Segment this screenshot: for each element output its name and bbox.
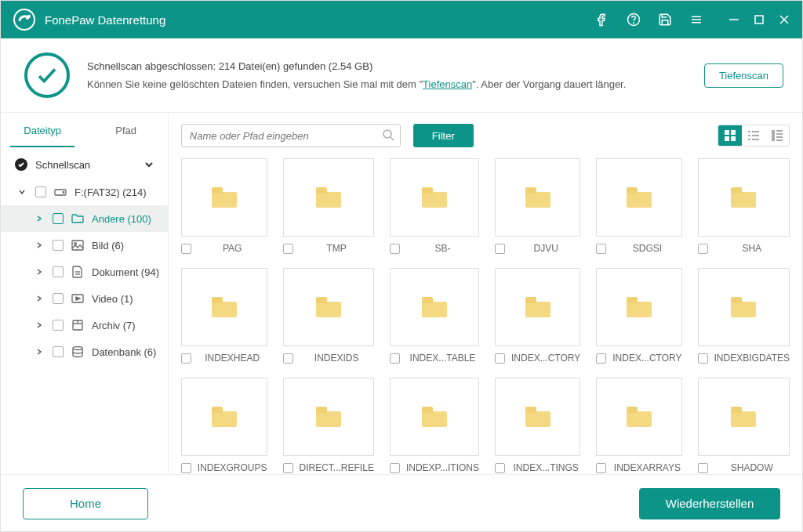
file-item[interactable]: INDEX...CTORY [596,268,681,364]
category-label: Bild (6) [92,240,124,252]
category-checkbox[interactable] [53,293,64,304]
file-checkbox[interactable] [596,463,606,473]
file-checkbox[interactable] [283,353,293,364]
file-checkbox[interactable] [390,463,400,473]
svg-rect-35 [776,133,783,135]
file-checkbox[interactable] [698,353,708,364]
file-checkbox[interactable] [390,353,400,364]
chevron-down-icon [144,160,154,169]
file-checkbox[interactable] [181,244,191,254]
deepscan-button[interactable]: Tiefenscan [704,63,783,88]
file-item[interactable]: INDEXHEAD [181,268,267,364]
maximize-button[interactable] [754,14,765,25]
file-label: INDEXHEAD [198,353,267,364]
tree-category[interactable]: Datenbank (6) [1,338,168,365]
svg-rect-24 [731,130,736,135]
file-checkbox[interactable] [495,244,505,254]
file-checkbox[interactable] [181,463,191,473]
category-checkbox[interactable] [53,346,64,357]
file-checkbox[interactable] [283,244,293,254]
file-item[interactable]: PAG [181,158,267,254]
svg-rect-28 [752,131,759,132]
view-grid-button[interactable] [718,125,742,146]
svg-rect-34 [776,130,783,132]
deepscan-link[interactable]: Tiefenscan [423,78,472,90]
svg-rect-31 [748,139,750,140]
file-item[interactable]: INDEXARRAYS [596,378,681,473]
home-button[interactable]: Home [23,488,148,519]
tab-filetype[interactable]: Dateityp [1,113,84,147]
search-input[interactable] [181,124,401,147]
file-item[interactable]: SB- [390,158,479,254]
facebook-icon[interactable] [595,13,609,27]
file-checkbox[interactable] [698,463,708,473]
view-list-button[interactable] [742,125,765,146]
tree-drive[interactable]: F:(FAT32) (214) [1,179,168,205]
titlebar: FonePaw Datenrettung [1,1,802,38]
tree-category[interactable]: Dokument (94) [1,259,168,285]
file-thumbnail [390,378,479,456]
file-label: SDGSI [612,243,681,254]
file-label: SHADOW [714,462,790,473]
view-details-button[interactable] [765,125,789,146]
close-button[interactable] [779,14,790,25]
file-checkbox[interactable] [698,244,708,254]
video-icon [71,292,84,305]
file-thumbnail [698,378,790,456]
file-item[interactable]: INDEXGROUPS [181,378,267,473]
svg-marker-16 [76,297,80,300]
tree-category[interactable]: Bild (6) [1,232,168,259]
file-item[interactable]: INDEXIDS [283,268,374,364]
help-icon[interactable] [627,13,641,27]
tree-category[interactable]: Andere (100) [1,205,168,232]
search-icon[interactable] [382,128,394,143]
file-label: SHA [714,243,790,254]
svg-rect-32 [752,139,759,140]
recover-button[interactable]: Wiederherstellen [639,488,780,519]
svg-rect-37 [776,139,783,141]
file-checkbox[interactable] [596,244,606,254]
file-item[interactable]: DJVU [495,158,580,254]
menu-icon[interactable] [689,13,703,27]
file-item[interactable]: INDEX...TABLE [390,268,479,364]
file-item[interactable]: INDEX...CTORY [495,268,580,364]
file-checkbox[interactable] [283,463,293,473]
file-item[interactable]: TMP [283,158,374,254]
file-item[interactable]: SHADOW [698,378,790,473]
file-label: DIRECT...REFILE [300,462,374,473]
drive-checkbox[interactable] [35,186,46,197]
chevron-down-icon [16,188,27,196]
file-checkbox[interactable] [495,463,505,473]
file-thumbnail [181,158,267,237]
file-item[interactable]: DIRECT...REFILE [283,378,374,473]
file-checkbox[interactable] [596,353,606,364]
svg-rect-26 [731,136,736,141]
minimize-button[interactable] [729,14,739,25]
database-icon [71,346,84,358]
category-label: Dokument (94) [92,266,159,278]
archive-icon [71,319,84,331]
file-item[interactable]: INDEXP...ITIONS [390,378,479,473]
file-thumbnail [596,158,681,237]
category-checkbox[interactable] [53,266,64,277]
file-item[interactable]: INDEXBIGDATES [698,268,790,364]
tree-root-quickscan[interactable]: Schnellscan [1,150,168,179]
file-checkbox[interactable] [181,353,191,364]
file-thumbnail [283,378,374,456]
file-item[interactable]: INDEX...TINGS [495,378,580,473]
file-checkbox[interactable] [390,244,400,254]
filter-button[interactable]: Filter [413,124,474,147]
file-checkbox[interactable] [495,353,505,364]
category-checkbox[interactable] [53,213,64,224]
category-checkbox[interactable] [53,240,64,251]
file-item[interactable]: SHA [698,158,790,254]
save-icon[interactable] [658,13,672,27]
tab-path[interactable]: Pfad [84,113,167,147]
folder-icon [71,212,84,225]
tree-category[interactable]: Archiv (7) [1,312,168,338]
file-item[interactable]: SDGSI [596,158,681,254]
tree-category[interactable]: Video (1) [1,285,168,312]
file-thumbnail [596,378,681,456]
category-checkbox[interactable] [53,320,64,331]
image-icon [71,239,84,252]
